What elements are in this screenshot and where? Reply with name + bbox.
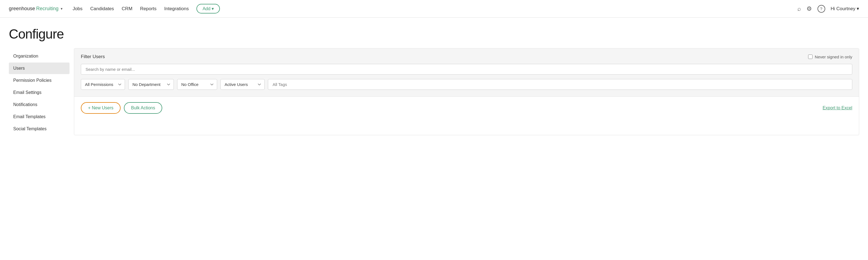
navbar: greenhouse Recruiting ▾ Jobs Candidates … xyxy=(0,0,868,17)
users-select[interactable]: Active Users xyxy=(220,79,265,90)
brand-chevron-icon: ▾ xyxy=(61,7,63,11)
sidebar-item-email-templates[interactable]: Email Templates xyxy=(9,111,69,122)
all-tags-input[interactable] xyxy=(268,79,852,90)
filter-header: Filter Users Never signed in only xyxy=(81,54,852,60)
page-title: Configure xyxy=(9,27,859,42)
content-area: Filter Users Never signed in only All Pe… xyxy=(74,48,859,135)
nav-jobs[interactable]: Jobs xyxy=(72,6,83,11)
brand-greenhouse-text: greenhouse xyxy=(9,6,35,11)
search-icon[interactable]: ⌕ xyxy=(797,5,801,12)
main-layout: Organization Users Permission Policies E… xyxy=(0,48,868,135)
never-signed-checkbox[interactable] xyxy=(808,54,812,59)
sidebar-item-permission-policies[interactable]: Permission Policies xyxy=(9,75,69,86)
permissions-select[interactable]: All Permissions xyxy=(81,79,125,90)
gear-icon[interactable]: ⚙ xyxy=(806,5,812,12)
filter-section: Filter Users Never signed in only All Pe… xyxy=(74,48,859,97)
search-input-wrap xyxy=(81,64,852,75)
sidebar-item-users[interactable]: Users xyxy=(9,63,69,74)
sidebar-item-organization[interactable]: Organization xyxy=(9,50,69,62)
help-icon[interactable]: ? xyxy=(817,5,825,13)
bulk-actions-button[interactable]: Bulk Actions xyxy=(124,102,162,114)
nav-reports[interactable]: Reports xyxy=(140,6,157,11)
new-users-button[interactable]: + New Users xyxy=(81,102,121,114)
sidebar-item-email-settings[interactable]: Email Settings xyxy=(9,87,69,98)
sidebar-item-notifications[interactable]: Notifications xyxy=(9,99,69,110)
nav-right: ⌕ ⚙ ? Hi Courtney ▾ xyxy=(797,5,859,13)
brand-logo[interactable]: greenhouse Recruiting ▾ xyxy=(9,6,63,11)
search-input[interactable] xyxy=(81,64,852,75)
nav-links: Jobs Candidates CRM Reports Integrations… xyxy=(72,4,797,13)
nav-crm[interactable]: CRM xyxy=(122,6,132,11)
actions-row: + New Users Bulk Actions Export to Excel xyxy=(74,97,859,119)
add-button[interactable]: Add ▾ xyxy=(196,4,220,13)
sidebar-item-social-templates[interactable]: Social Templates xyxy=(9,123,69,135)
export-to-excel-link[interactable]: Export to Excel xyxy=(823,106,852,110)
nav-candidates[interactable]: Candidates xyxy=(90,6,114,11)
user-menu[interactable]: Hi Courtney ▾ xyxy=(831,6,859,11)
nav-integrations[interactable]: Integrations xyxy=(164,6,189,11)
never-signed-text: Never signed in only xyxy=(815,54,852,59)
page-title-area: Configure xyxy=(0,17,868,48)
never-signed-label[interactable]: Never signed in only xyxy=(808,54,852,59)
department-select[interactable]: No Department xyxy=(128,79,174,90)
office-select[interactable]: No Office xyxy=(177,79,217,90)
filter-dropdowns: All Permissions No Department No Office … xyxy=(81,79,852,90)
brand-recruiting-text: Recruiting xyxy=(36,6,59,11)
sidebar: Organization Users Permission Policies E… xyxy=(9,48,69,135)
filter-title: Filter Users xyxy=(81,54,105,60)
